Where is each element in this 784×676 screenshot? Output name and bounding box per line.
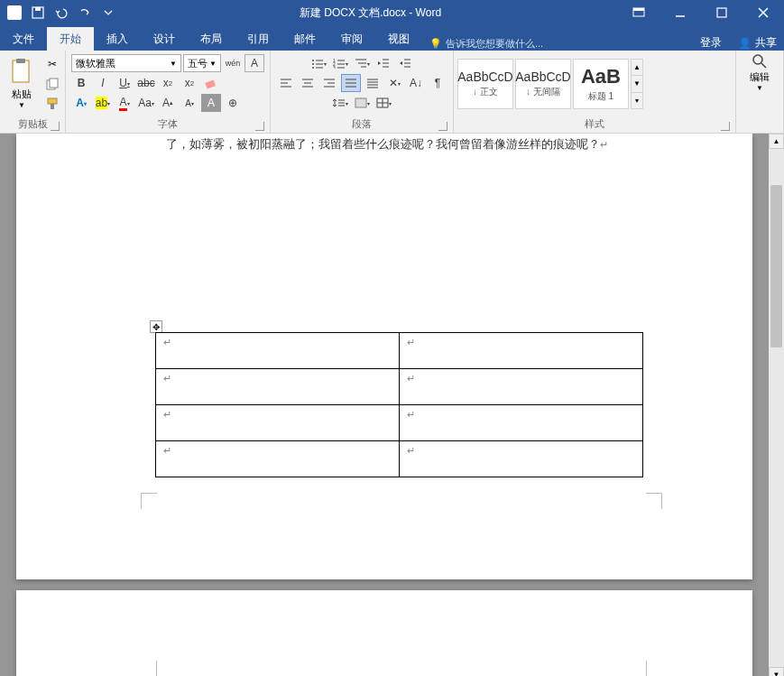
asian-layout-button[interactable]: ✕▾	[384, 74, 404, 92]
borders-button[interactable]: ▾	[374, 94, 393, 112]
scroll-up-icon[interactable]: ▲	[769, 134, 784, 149]
clipboard-launcher[interactable]	[51, 122, 60, 131]
tab-insert[interactable]: 插入	[94, 27, 141, 51]
share-button[interactable]: 👤 共享	[731, 35, 784, 51]
table-cell[interactable]: ↵	[156, 441, 400, 477]
svg-point-14	[312, 60, 314, 61]
ribbon-display-icon[interactable]	[618, 0, 659, 25]
save-icon[interactable]	[27, 2, 49, 23]
text-effects-button[interactable]: A▾	[71, 94, 91, 112]
tab-review[interactable]: 审阅	[328, 27, 375, 51]
format-painter-icon[interactable]	[43, 95, 61, 113]
align-distributed-button[interactable]	[363, 74, 383, 92]
shading-button[interactable]: ▾	[352, 94, 372, 112]
paragraph-launcher[interactable]	[438, 122, 447, 131]
align-justify-button[interactable]	[341, 74, 361, 92]
svg-point-16	[312, 63, 314, 65]
sort-button[interactable]: A↓	[406, 74, 426, 92]
document-page[interactable]: ↵	[16, 590, 752, 676]
highlight-button[interactable]: ab▾	[93, 94, 113, 112]
scroll-thumb[interactable]	[770, 185, 782, 347]
qat-customize-icon[interactable]	[97, 2, 119, 23]
paragraph-mark-icon: ↵	[600, 139, 608, 150]
minimize-icon[interactable]	[659, 0, 701, 25]
tab-design[interactable]: 设计	[141, 27, 188, 51]
find-button[interactable]: 编辑 ▼	[740, 52, 779, 92]
gallery-more-icon[interactable]: ▾	[632, 93, 642, 108]
font-launcher[interactable]	[255, 122, 264, 131]
maximize-icon[interactable]	[701, 0, 742, 25]
char-shading-button[interactable]: Aa▾	[136, 94, 156, 112]
enclose-chars-button[interactable]: A	[201, 94, 221, 112]
document-page[interactable]: 了，如薄雾，被初阳蒸融了；我留着些什么痕迹呢？我何曾留着像游丝样的痕迹呢？↵ ✥…	[16, 134, 752, 579]
show-hide-marks-button[interactable]: ¶	[428, 74, 447, 92]
table-cell[interactable]: ↵	[156, 333, 400, 369]
svg-rect-54	[355, 98, 366, 107]
svg-rect-11	[48, 98, 57, 104]
tab-references[interactable]: 引用	[235, 27, 281, 51]
style-no-spacing[interactable]: AaBbCcD ↓ 无间隔	[515, 59, 571, 109]
table-cell[interactable]: ↵	[156, 405, 400, 441]
table-cell[interactable]: ↵	[400, 405, 643, 441]
group-paragraph-label: 段落	[352, 118, 372, 129]
cut-icon[interactable]: ✂	[43, 55, 61, 73]
gallery-down-icon[interactable]: ▼	[632, 76, 642, 92]
table-cell[interactable]: ↵	[400, 333, 643, 369]
char-border-button[interactable]: A	[244, 54, 264, 72]
underline-button[interactable]: U▾	[115, 74, 134, 92]
login-link[interactable]: 登录	[691, 35, 731, 51]
tab-view[interactable]: 视图	[375, 27, 422, 51]
decrease-indent-button[interactable]	[374, 54, 393, 72]
tell-me-search[interactable]: 💡 告诉我您想要做什么...	[422, 37, 691, 51]
style-heading1[interactable]: AaB 标题 1	[573, 59, 629, 109]
table-cell[interactable]: ↵	[156, 369, 400, 405]
align-center-button[interactable]	[298, 74, 318, 92]
phonetic-guide-button[interactable]: wén	[223, 54, 243, 72]
paste-button[interactable]: 粘贴 ▼	[4, 59, 40, 109]
multilevel-list-button[interactable]: ▾	[352, 54, 372, 72]
group-clipboard-label: 剪贴板	[18, 118, 48, 129]
document-table[interactable]: ↵↵ ↵↵ ↵↵ ↵↵	[155, 332, 643, 477]
bold-button[interactable]: B	[71, 74, 91, 92]
subscript-button[interactable]: x2	[158, 74, 178, 92]
change-case-button[interactable]: ⊕	[223, 94, 243, 112]
undo-icon[interactable]	[51, 2, 72, 23]
table-cell[interactable]: ↵	[400, 441, 643, 477]
tab-layout[interactable]: 布局	[188, 27, 235, 51]
clear-formatting-icon[interactable]	[201, 74, 221, 92]
tab-mailings[interactable]: 邮件	[281, 27, 328, 51]
close-icon[interactable]	[742, 0, 784, 25]
scroll-track[interactable]	[769, 149, 784, 667]
gallery-up-icon[interactable]: ▲	[632, 60, 642, 76]
tab-file[interactable]: 文件	[0, 27, 47, 51]
qat-word-icon[interactable]	[4, 2, 25, 23]
vertical-scrollbar[interactable]: ▲ ▼	[769, 134, 784, 676]
tab-home[interactable]: 开始	[47, 27, 94, 51]
redo-icon[interactable]	[74, 2, 96, 23]
numbering-button[interactable]: 123▾	[330, 54, 350, 72]
style-normal[interactable]: AaBbCcD ↓ 正文	[457, 59, 513, 109]
copy-icon[interactable]	[43, 75, 61, 93]
font-color-button[interactable]: A▾	[115, 94, 134, 112]
strikethrough-button[interactable]: abc	[136, 74, 156, 92]
grow-font-button[interactable]: A▴	[158, 94, 178, 112]
shrink-font-button[interactable]: A▾	[180, 94, 199, 112]
svg-point-58	[753, 55, 762, 64]
align-right-button[interactable]	[319, 74, 339, 92]
font-size-select[interactable]: 五号▼	[183, 54, 221, 72]
increase-indent-button[interactable]	[395, 54, 415, 72]
body-paragraph[interactable]: 了，如薄雾，被初阳蒸融了；我留着些什么痕迹呢？我何曾留着像游丝样的痕迹呢？↵	[166, 135, 644, 154]
italic-button[interactable]: I	[93, 74, 113, 92]
scroll-down-icon[interactable]: ▼	[769, 667, 784, 676]
page-corner-icon	[646, 661, 662, 676]
align-left-button[interactable]	[276, 74, 296, 92]
svg-rect-13	[205, 79, 216, 88]
table-move-handle-icon[interactable]: ✥	[150, 320, 162, 333]
superscript-button[interactable]: x2	[180, 74, 199, 92]
styles-launcher[interactable]	[721, 122, 730, 131]
line-spacing-button[interactable]: ▾	[330, 94, 350, 112]
font-name-select[interactable]: 微软雅黑▼	[71, 54, 181, 72]
svg-rect-7	[13, 60, 29, 82]
bullets-button[interactable]: ▾	[309, 54, 328, 72]
table-cell[interactable]: ↵	[400, 369, 643, 405]
